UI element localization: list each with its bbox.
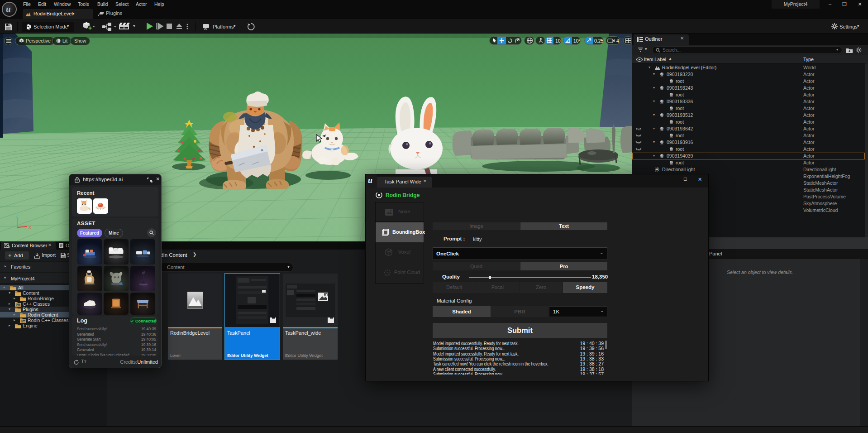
svg-text:10: 10 <box>555 38 561 43</box>
svg-text:0.25: 0.25 <box>594 38 604 43</box>
svg-text:10°: 10° <box>573 38 581 43</box>
svg-text:X: X <box>29 225 31 230</box>
svg-text:C++: C++ <box>16 304 20 306</box>
svg-text:Z: Z <box>15 214 18 218</box>
svg-text:C++: C++ <box>21 320 25 322</box>
svg-text:4: 4 <box>616 38 619 43</box>
